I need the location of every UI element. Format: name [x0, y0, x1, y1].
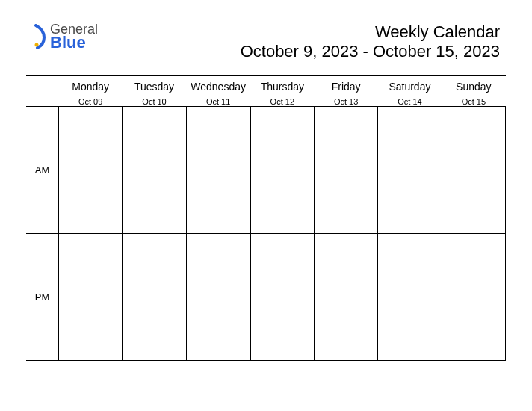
day-header-name: Monday	[59, 75, 123, 93]
pm-row: PM	[26, 233, 506, 360]
day-header-date: Oct 12	[250, 93, 315, 107]
logo: General Blue	[26, 22, 98, 51]
day-header-date: Oct 09	[59, 93, 123, 107]
day-header-name: Saturday	[378, 75, 442, 93]
logo-text-line2: Blue	[50, 34, 98, 51]
calendar-cell	[123, 106, 186, 233]
calendar-cell	[59, 106, 123, 233]
day-header-name: Wednesday	[186, 75, 250, 93]
calendar-cell	[442, 106, 505, 233]
day-header-name: Sunday	[442, 75, 505, 93]
calendar-cell	[315, 106, 378, 233]
day-header-date: Oct 13	[315, 93, 378, 107]
calendar-cell	[250, 106, 315, 233]
svg-point-0	[35, 43, 39, 47]
am-row: AM	[26, 106, 506, 233]
calendar-cell	[186, 233, 250, 360]
day-header-name: Tuesday	[123, 75, 186, 93]
weekly-calendar-table: Monday Tuesday Wednesday Thursday Friday…	[26, 75, 506, 361]
calendar-cell	[250, 233, 315, 360]
day-header-date: Oct 11	[186, 93, 250, 107]
day-date-row: Oct 09 Oct 10 Oct 11 Oct 12 Oct 13 Oct 1…	[26, 93, 506, 107]
day-name-row: Monday Tuesday Wednesday Thursday Friday…	[26, 75, 506, 93]
calendar-cell	[378, 106, 442, 233]
day-header-date: Oct 14	[378, 93, 442, 107]
period-header-blank	[26, 93, 59, 107]
calendar-cell	[123, 233, 186, 360]
calendar-cell	[442, 233, 505, 360]
period-label-pm: PM	[26, 233, 59, 360]
logo-swoosh-icon	[34, 24, 49, 49]
calendar-cell	[378, 233, 442, 360]
calendar-cell	[59, 233, 123, 360]
day-header-date: Oct 15	[442, 93, 505, 107]
period-header-blank	[26, 75, 59, 93]
calendar-cell	[315, 233, 378, 360]
period-label-am: AM	[26, 106, 59, 233]
document-date-range: October 9, 2023 - October 15, 2023	[241, 42, 500, 61]
day-header-date: Oct 10	[123, 93, 186, 107]
calendar-cell	[186, 106, 250, 233]
day-header-name: Thursday	[250, 75, 315, 93]
document-title: Weekly Calendar	[241, 22, 500, 42]
document-header: General Blue Weekly Calendar October 9, …	[26, 22, 506, 62]
day-header-name: Friday	[315, 75, 378, 93]
title-area: Weekly Calendar October 9, 2023 - Octobe…	[241, 22, 506, 62]
